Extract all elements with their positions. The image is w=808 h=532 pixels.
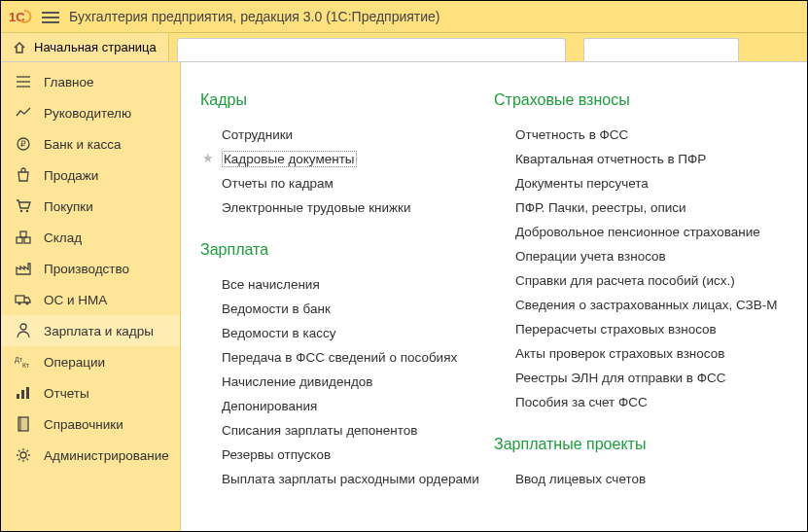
menu-link[interactable]: Акты проверок страховых взносов (494, 341, 788, 366)
bag-icon (15, 167, 32, 183)
menu-link-label: Электронные трудовые книжки (222, 200, 411, 215)
svg-point-23 (20, 452, 26, 458)
menu-link-label: Списания зарплаты депонентов (222, 423, 418, 438)
menu-link-label: Справки для расчета пособий (исх.) (515, 273, 735, 288)
bars-icon (15, 385, 32, 401)
sidebar-item-9[interactable]: ДтКтОперации (1, 346, 180, 377)
section-header[interactable]: Зарплата (200, 241, 494, 259)
sidebar-item-2[interactable]: ₽Банк и касса (1, 128, 180, 160)
menu-link-label: Ведомости в кассу (222, 326, 336, 340)
menu-link-label: Документы персучета (515, 176, 649, 191)
menu-link-label: Ведомости в банк (222, 301, 331, 316)
sidebar-item-label: Справочники (44, 417, 123, 432)
section-header[interactable]: Кадры (200, 91, 494, 109)
sidebar-item-10[interactable]: Отчеты (1, 377, 180, 408)
sidebar-item-0[interactable]: Главное (1, 66, 180, 97)
menu-link-label: Операции учета взносов (515, 249, 666, 264)
app-title: Бухгалтерия предприятия, редакция 3.0 (1… (69, 9, 440, 24)
menu-link-label: Передача в ФСС сведений о пособиях (222, 350, 457, 365)
sidebar-item-12[interactable]: Администрирование (1, 440, 180, 471)
menu-link[interactable]: Пособия за счет ФСС (494, 390, 788, 414)
menu-link[interactable]: Ведомости в банк (200, 297, 494, 321)
menu-link[interactable]: Резервы отпусков (200, 443, 494, 467)
menu-link-label: Начисление дивидендов (222, 374, 372, 389)
menu-link[interactable]: Справки для расчета пособий (исх.) (494, 268, 788, 293)
menu-link[interactable]: Ведомости в кассу (200, 321, 494, 345)
menu-link[interactable]: Квартальная отчетность в ПФР (494, 147, 788, 171)
menu-link[interactable]: Реестры ЭЛН для отправки в ФСС (494, 366, 788, 390)
menu-link-label: Резервы отпусков (222, 447, 331, 462)
menu-link[interactable]: Депонирования (200, 394, 494, 418)
ruble-icon: ₽ (15, 136, 32, 152)
svg-rect-18 (21, 390, 24, 399)
menu-link[interactable]: Ввод лицевых счетов (494, 467, 788, 491)
menu-link[interactable]: Добровольное пенсионное страхование (494, 220, 788, 244)
menu-link-label: Выплата зарплаты расходными ордерами (222, 472, 479, 486)
app-logo-icon: 1С (9, 8, 32, 25)
content-area: КадрыСотрудникиКадровые документыОтчеты … (181, 62, 807, 532)
menu-link[interactable]: Все начисления (200, 272, 494, 297)
sidebar-item-label: Производство (44, 262, 129, 276)
section-header[interactable]: Страховые взносы (494, 91, 788, 109)
menu-link-label: Реестры ЭЛН для отправки в ФСС (515, 371, 726, 385)
sidebar-item-1[interactable]: Руководителю (1, 97, 180, 128)
home-icon (13, 41, 26, 54)
svg-rect-17 (17, 394, 19, 399)
svg-rect-19 (26, 387, 29, 399)
chart-icon (15, 105, 32, 121)
menu-link[interactable]: Отчетность в ФСС (494, 123, 788, 147)
sidebar-item-label: Руководителю (44, 106, 131, 121)
sidebar-item-label: Склад (44, 231, 82, 245)
titlebar: 1С Бухгалтерия предприятия, редакция 3.0… (1, 1, 807, 33)
menu-link[interactable]: Кадровые документы (200, 147, 494, 171)
menu-link[interactable]: Списания зарплаты депонентов (200, 418, 494, 443)
tab-home-label: Начальная страница (34, 40, 157, 54)
menu-link-label: Все начисления (222, 277, 320, 292)
menu-link[interactable]: Отчеты по кадрам (200, 171, 494, 195)
sidebar-item-6[interactable]: Производство (1, 253, 180, 284)
menu-link-label: Сведения о застрахованных лицах, СЗВ-М (515, 298, 778, 312)
menu-link[interactable]: Передача в ФСС сведений о пособиях (200, 345, 494, 370)
svg-point-6 (20, 210, 22, 212)
menu-link[interactable]: Электронные трудовые книжки (200, 195, 494, 220)
menu-link-label: Депонирования (222, 399, 317, 413)
menu-link-label: Кадровые документы (222, 151, 357, 167)
sidebar-item-3[interactable]: Продажи (1, 160, 180, 191)
dtkt-icon: ДтКт (15, 354, 32, 370)
sidebar-item-label: Операции (44, 355, 105, 370)
sidebar-item-8[interactable]: Зарплата и кадры (1, 315, 180, 346)
svg-rect-11 (16, 296, 24, 302)
tab-empty-1[interactable] (177, 38, 566, 61)
menu-link[interactable]: Перерасчеты страховых взносов (494, 317, 788, 341)
sidebar-item-label: Отчеты (44, 386, 89, 401)
svg-point-14 (20, 324, 26, 330)
menu-link[interactable]: Начисление дивидендов (200, 370, 494, 394)
menu-link[interactable]: ПФР. Пачки, реестры, описи (494, 195, 788, 220)
menu-link-label: Перерасчеты страховых взносов (515, 322, 717, 337)
menu-link[interactable]: Выплата зарплаты расходными ордерами (200, 467, 494, 491)
sidebar-item-7[interactable]: ОС и НМА (1, 284, 180, 315)
menu-link-label: Пособия за счет ФСС (515, 395, 648, 409)
menu-link[interactable]: Сведения о застрахованных лицах, СЗВ-М (494, 293, 788, 317)
tab-home[interactable]: Начальная страница (1, 32, 169, 61)
content-column-1: КадрыСотрудникиКадровые документыОтчеты … (200, 91, 494, 532)
menu-link-label: Отчеты по кадрам (222, 176, 334, 191)
cart-icon (15, 198, 32, 214)
menu-link[interactable]: Операции учета взносов (494, 244, 788, 268)
svg-text:₽: ₽ (20, 139, 26, 149)
factory-icon (15, 261, 32, 276)
sidebar-item-label: Главное (44, 75, 94, 89)
menu-link-label: Ввод лицевых счетов (515, 472, 646, 486)
gear-icon (15, 447, 32, 463)
menu-link[interactable]: Сотрудники (200, 123, 494, 147)
content-column-2: Страховые взносыОтчетность в ФССКварталь… (494, 91, 788, 532)
sidebar-item-5[interactable]: Склад (1, 222, 180, 253)
sidebar-item-11[interactable]: Справочники (1, 408, 180, 440)
section-header[interactable]: Зарплатные проекты (494, 436, 788, 453)
sidebar-item-4[interactable]: Покупки (1, 191, 180, 222)
person-icon (15, 323, 32, 338)
tab-empty-2[interactable] (583, 38, 739, 61)
svg-text:Кт: Кт (22, 362, 30, 369)
menu-link[interactable]: Документы персучета (494, 171, 788, 195)
menu-icon[interactable] (42, 9, 59, 24)
